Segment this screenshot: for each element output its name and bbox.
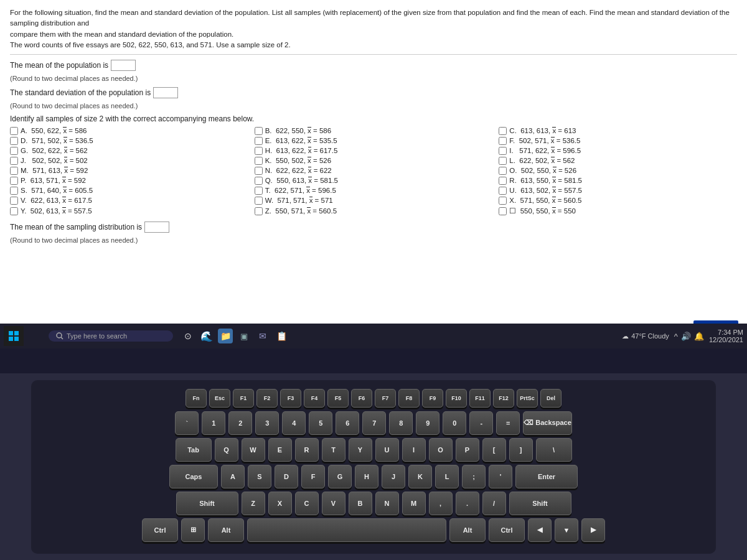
windows-start-button[interactable] <box>4 326 24 346</box>
x-key[interactable]: X <box>268 492 292 515</box>
checkbox-U[interactable] <box>499 187 507 195</box>
p-key[interactable]: P <box>456 438 479 462</box>
checkbox-J[interactable] <box>10 157 18 165</box>
caps-key[interactable]: Caps <box>169 465 218 488</box>
a-key[interactable]: A <box>221 465 245 488</box>
r-key[interactable]: R <box>295 438 319 462</box>
b-key[interactable]: B <box>349 492 372 515</box>
sampling-mean-input[interactable] <box>144 222 169 233</box>
2-key[interactable]: 2 <box>228 411 252 435</box>
semicolon-key[interactable]: ; <box>462 465 486 488</box>
checkbox-M[interactable] <box>10 167 18 175</box>
i-key[interactable]: I <box>402 438 426 462</box>
6-key[interactable]: 6 <box>336 411 359 435</box>
y-key[interactable]: Y <box>349 438 372 462</box>
checkbox-Z[interactable] <box>255 207 263 215</box>
std-input[interactable] <box>153 87 178 98</box>
comma-key[interactable]: , <box>429 492 453 515</box>
v-key[interactable]: V <box>322 492 345 515</box>
checkbox-Q[interactable] <box>255 177 263 185</box>
1-key[interactable]: 1 <box>202 411 225 435</box>
3-key[interactable]: 3 <box>255 411 279 435</box>
w-key[interactable]: W <box>242 438 265 462</box>
checkbox-T[interactable] <box>255 187 263 195</box>
checkbox-A[interactable] <box>10 127 18 135</box>
checkbox-B[interactable] <box>255 127 263 135</box>
taskbar-search-bar[interactable]: Type here to search <box>49 330 173 342</box>
f3-key[interactable]: F3 <box>280 389 301 408</box>
f-key[interactable]: F <box>301 465 325 488</box>
lbracket-key[interactable]: [ <box>482 438 506 462</box>
checkbox-X[interactable] <box>499 197 507 205</box>
space-key[interactable] <box>247 518 446 542</box>
f5-key[interactable]: F5 <box>327 389 349 408</box>
win-key[interactable]: ⊞ <box>181 518 205 542</box>
backslash-key[interactable]: \ <box>536 438 572 462</box>
minus-key[interactable]: - <box>469 411 493 435</box>
left-alt-key[interactable]: Alt <box>208 518 244 542</box>
f11-key[interactable]: F11 <box>469 389 491 408</box>
network-icon[interactable]: ^ <box>674 332 678 341</box>
mail-icon[interactable]: ✉ <box>255 329 270 343</box>
enter-key[interactable]: Enter <box>515 465 578 488</box>
f9-key[interactable]: F9 <box>422 389 443 408</box>
checkbox-D[interactable] <box>10 137 18 145</box>
checkbox-Y[interactable] <box>10 207 18 215</box>
left-ctrl-key[interactable]: Ctrl <box>142 518 178 542</box>
0-key[interactable]: 0 <box>443 411 466 435</box>
j-key[interactable]: J <box>382 465 405 488</box>
esc-key[interactable]: Esc <box>209 389 230 408</box>
checkbox-V[interactable] <box>10 197 18 205</box>
o-key[interactable]: O <box>429 438 453 462</box>
s-key[interactable]: S <box>248 465 271 488</box>
checkbox-O[interactable] <box>499 167 507 175</box>
f12-key[interactable]: F12 <box>493 389 514 408</box>
g-key[interactable]: G <box>328 465 352 488</box>
left-arrow-key[interactable]: ◀ <box>528 518 552 542</box>
h-key[interactable]: H <box>355 465 378 488</box>
checkbox-W[interactable] <box>255 197 263 205</box>
right-ctrl-key[interactable]: Ctrl <box>489 518 525 542</box>
right-shift-key[interactable]: Shift <box>509 492 571 515</box>
right-alt-key[interactable]: Alt <box>449 518 486 542</box>
backspace-key[interactable]: ⌫ Backspace <box>523 411 572 435</box>
checkbox-AA[interactable] <box>499 207 507 215</box>
q-key[interactable]: Q <box>215 438 238 462</box>
f1-key[interactable]: F1 <box>233 389 254 408</box>
z-key[interactable]: Z <box>242 492 265 515</box>
period-key[interactable]: . <box>456 492 479 515</box>
quote-key[interactable]: ' <box>489 465 512 488</box>
f2-key[interactable]: F2 <box>256 389 278 408</box>
d-key[interactable]: D <box>275 465 298 488</box>
5-key[interactable]: 5 <box>309 411 332 435</box>
c-key[interactable]: C <box>295 492 319 515</box>
m-key[interactable]: M <box>402 492 426 515</box>
slash-key[interactable]: / <box>482 492 506 515</box>
tab-key[interactable]: Tab <box>176 438 212 462</box>
f6-key[interactable]: F6 <box>351 389 372 408</box>
fn-key[interactable]: Fn <box>186 389 207 408</box>
left-shift-key[interactable]: Shift <box>176 492 238 515</box>
volume-icon[interactable]: 🔔 <box>694 332 704 341</box>
cortana-icon[interactable]: ⊙ <box>181 329 195 343</box>
checkbox-N[interactable] <box>255 167 263 175</box>
checkbox-L[interactable] <box>499 157 507 165</box>
f10-key[interactable]: F10 <box>446 389 467 408</box>
n-key[interactable]: N <box>375 492 399 515</box>
edge-icon[interactable]: 🌊 <box>199 329 214 343</box>
f4-key[interactable]: F4 <box>304 389 325 408</box>
equals-key[interactable]: = <box>496 411 520 435</box>
taskview-icon[interactable]: ▣ <box>237 329 251 343</box>
f7-key[interactable]: F7 <box>375 389 396 408</box>
right-arrow-key[interactable]: ▶ <box>581 518 605 542</box>
k-key[interactable]: K <box>408 465 432 488</box>
checkbox-F[interactable] <box>499 137 507 145</box>
app-icon[interactable]: 📋 <box>274 329 289 343</box>
files-icon[interactable]: 📁 <box>218 329 233 343</box>
u-key[interactable]: U <box>375 438 399 462</box>
checkbox-G[interactable] <box>10 147 18 155</box>
9-key[interactable]: 9 <box>416 411 439 435</box>
prtsc-key[interactable]: PrtSc <box>517 389 538 408</box>
checkbox-S[interactable] <box>10 187 18 195</box>
checkbox-I[interactable] <box>499 147 507 155</box>
